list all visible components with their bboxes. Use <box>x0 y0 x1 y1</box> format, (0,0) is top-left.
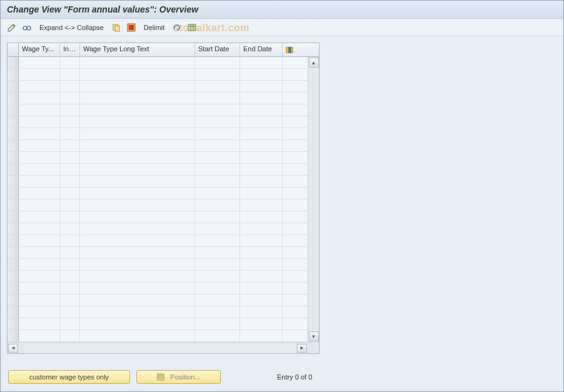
cell-start-date[interactable] <box>195 259 240 270</box>
cell-long-text[interactable] <box>80 223 195 234</box>
cell-start-date[interactable] <box>195 176 240 187</box>
cell-start-date[interactable] <box>195 294 240 306</box>
cell-end-date[interactable] <box>240 152 283 163</box>
cell-start-date[interactable] <box>195 211 240 223</box>
cell-start-date[interactable] <box>195 152 240 163</box>
cell-long-text[interactable] <box>80 116 195 128</box>
cell-inf[interactable] <box>60 81 80 92</box>
cell-start-date[interactable] <box>195 140 240 151</box>
cell-long-text[interactable] <box>80 211 195 223</box>
cell-inf[interactable] <box>60 235 80 246</box>
cell-end-date[interactable] <box>240 283 283 294</box>
vertical-scrollbar[interactable]: ▲ ▼ <box>308 57 319 342</box>
cell-long-text[interactable] <box>80 330 195 341</box>
cell-inf[interactable] <box>60 259 80 270</box>
row-selector[interactable] <box>8 223 19 234</box>
col-header-end-date[interactable]: End Date <box>240 43 283 56</box>
row-selector[interactable] <box>8 152 19 163</box>
cell-inf[interactable] <box>60 247 80 258</box>
cell-long-text[interactable] <box>80 318 195 329</box>
cell-end-date[interactable] <box>240 199 283 211</box>
cell-wage-type[interactable] <box>19 318 60 329</box>
cell-end-date[interactable] <box>240 318 283 329</box>
cell-end-date[interactable] <box>240 128 283 139</box>
cell-long-text[interactable] <box>80 81 195 92</box>
row-selector[interactable] <box>8 176 19 187</box>
row-selector[interactable] <box>8 199 19 211</box>
row-selector[interactable] <box>8 211 19 223</box>
row-selector[interactable] <box>8 306 19 318</box>
cell-long-text[interactable] <box>80 128 195 139</box>
cell-end-date[interactable] <box>240 271 283 282</box>
cell-inf[interactable] <box>60 199 80 211</box>
cell-wage-type[interactable] <box>19 283 60 294</box>
cell-inf[interactable] <box>60 176 80 187</box>
cell-wage-type[interactable] <box>19 57 60 68</box>
cell-end-date[interactable] <box>240 223 283 234</box>
cell-long-text[interactable] <box>80 259 195 270</box>
cell-end-date[interactable] <box>240 164 283 175</box>
col-header-inf[interactable]: Inf... <box>60 43 80 56</box>
cell-long-text[interactable] <box>80 152 195 163</box>
copy-icon[interactable] <box>110 21 123 34</box>
scroll-up-icon[interactable]: ▲ <box>309 58 319 68</box>
row-selector[interactable] <box>8 69 19 80</box>
cell-inf[interactable] <box>60 188 80 199</box>
cell-end-date[interactable] <box>240 211 283 223</box>
select-all-icon[interactable] <box>125 21 138 34</box>
customer-wage-types-button[interactable]: customer wage types only <box>8 370 130 384</box>
cell-end-date[interactable] <box>240 93 283 104</box>
cell-inf[interactable] <box>60 330 80 341</box>
glasses-icon[interactable] <box>21 21 33 34</box>
select-all-rows[interactable] <box>8 43 19 56</box>
row-selector[interactable] <box>8 164 19 175</box>
cell-start-date[interactable] <box>195 306 240 318</box>
cell-start-date[interactable] <box>195 223 240 234</box>
cell-wage-type[interactable] <box>19 199 60 211</box>
row-selector[interactable] <box>8 81 19 92</box>
cell-wage-type[interactable] <box>19 306 60 318</box>
row-selector[interactable] <box>8 93 19 104</box>
expand-collapse-button[interactable]: Expand <-> Collapse <box>36 23 108 33</box>
cell-wage-type[interactable] <box>19 104 60 116</box>
cell-wage-type[interactable] <box>19 164 60 175</box>
cell-start-date[interactable] <box>195 188 240 199</box>
cell-end-date[interactable] <box>240 57 283 68</box>
cell-inf[interactable] <box>60 223 80 234</box>
cell-inf[interactable] <box>60 128 80 139</box>
cell-start-date[interactable] <box>195 283 240 294</box>
row-selector[interactable] <box>8 259 19 270</box>
cell-wage-type[interactable] <box>19 223 60 234</box>
col-header-wage-type[interactable]: Wage Ty... <box>19 43 60 56</box>
cell-long-text[interactable] <box>80 188 195 199</box>
cell-start-date[interactable] <box>195 199 240 211</box>
cell-long-text[interactable] <box>80 69 195 80</box>
row-selector[interactable] <box>8 318 19 329</box>
row-selector[interactable] <box>8 140 19 151</box>
cell-long-text[interactable] <box>80 140 195 151</box>
cell-wage-type[interactable] <box>19 176 60 187</box>
cell-wage-type[interactable] <box>19 140 60 151</box>
row-selector[interactable] <box>8 235 19 246</box>
cell-wage-type[interactable] <box>19 294 60 306</box>
row-selector[interactable] <box>8 116 19 128</box>
cell-start-date[interactable] <box>195 330 240 341</box>
cell-inf[interactable] <box>60 152 80 163</box>
cell-wage-type[interactable] <box>19 81 60 92</box>
cell-start-date[interactable] <box>195 57 240 68</box>
cell-start-date[interactable] <box>195 104 240 116</box>
cell-long-text[interactable] <box>80 104 195 116</box>
cell-end-date[interactable] <box>240 81 283 92</box>
pencil-toggle-icon[interactable] <box>6 21 18 34</box>
cell-end-date[interactable] <box>240 140 283 151</box>
cell-wage-type[interactable] <box>19 211 60 223</box>
cell-end-date[interactable] <box>240 330 283 341</box>
cell-inf[interactable] <box>60 164 80 175</box>
cell-inf[interactable] <box>60 69 80 80</box>
cell-end-date[interactable] <box>240 104 283 116</box>
cell-long-text[interactable] <box>80 306 195 318</box>
scroll-right-icon[interactable]: ► <box>297 344 307 353</box>
cell-end-date[interactable] <box>240 188 283 199</box>
cell-wage-type[interactable] <box>19 188 60 199</box>
cell-wage-type[interactable] <box>19 235 60 246</box>
